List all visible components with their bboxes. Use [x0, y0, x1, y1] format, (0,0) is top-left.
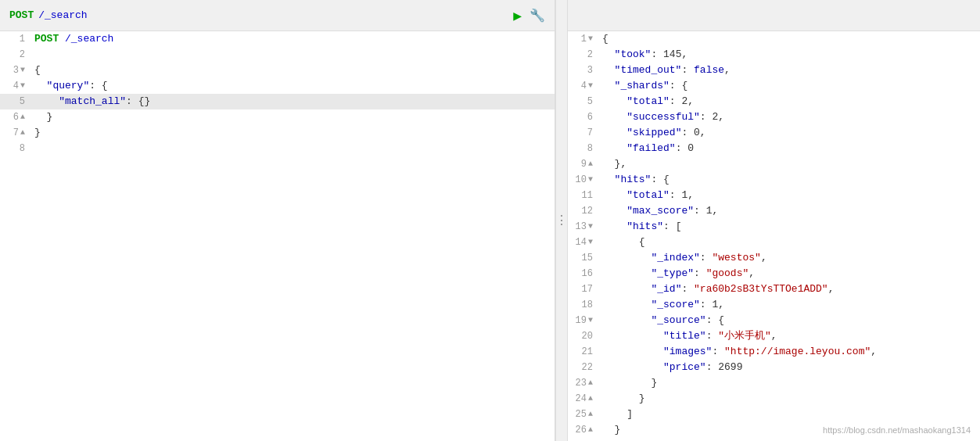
fold-arrow-icon[interactable]: ▲: [588, 438, 593, 441]
line-number: 19▼: [568, 313, 599, 328]
line-content: "_source": {: [599, 313, 724, 328]
table-row: 5 "match_all": {}: [0, 94, 555, 109]
line-content: {: [599, 31, 608, 47]
table-row: 16 "_type": "goods",: [568, 266, 980, 281]
line-content: POST /_search: [31, 31, 113, 47]
settings-icon[interactable]: 🔧: [529, 8, 545, 23]
table-row: 4▼ "query": {: [0, 78, 555, 94]
line-number: 2: [568, 47, 599, 63]
line-number: 5: [568, 94, 599, 109]
fold-arrow-icon[interactable]: ▼: [20, 78, 25, 94]
left-panel: POST /_search ▶ 🔧 1POST /_search23▼{4▼ "…: [0, 0, 555, 441]
line-number: 9▲: [568, 156, 599, 172]
right-panel: 1▼{2 "took": 145,3 "timed_out": false,4▼…: [568, 0, 980, 441]
line-content: "successful": 2,: [599, 109, 724, 125]
line-content: }: [599, 375, 657, 391]
line-content: "total": 1,: [599, 188, 694, 203]
fold-arrow-icon[interactable]: ▼: [588, 313, 593, 328]
table-row: 24▲ }: [568, 391, 980, 407]
line-number: 3▼: [0, 63, 31, 78]
table-row: 13▼ "hits": [: [568, 219, 980, 235]
line-content: "query": {: [31, 78, 108, 94]
fold-arrow-icon[interactable]: ▼: [588, 78, 593, 94]
line-content: "price": 2699: [599, 360, 742, 375]
line-number: 6▲: [0, 109, 31, 125]
fold-arrow-icon[interactable]: ▼: [588, 172, 593, 188]
fold-arrow-icon[interactable]: ▲: [588, 375, 593, 391]
http-method: POST: [9, 9, 34, 21]
table-row: 27▲}: [568, 438, 980, 441]
fold-arrow-icon[interactable]: ▲: [20, 109, 25, 125]
fold-arrow-icon[interactable]: ▲: [588, 407, 593, 422]
table-row: 9▲ },: [568, 156, 980, 172]
line-content: "title": "小米手机",: [599, 328, 777, 344]
table-row: 1▼{: [568, 31, 980, 47]
line-number: 6: [568, 109, 599, 125]
line-content: {: [599, 235, 645, 250]
line-content: "max_score": 1,: [599, 203, 718, 219]
line-number: 3: [568, 63, 599, 78]
fold-arrow-icon[interactable]: ▲: [588, 422, 593, 438]
fold-arrow-icon[interactable]: ▼: [20, 63, 25, 78]
table-row: 22 "price": 2699: [568, 360, 980, 375]
right-panel-header: [568, 0, 980, 31]
line-content: "_shards": {: [599, 78, 687, 94]
line-number: 15: [568, 250, 599, 266]
right-code-lines: 1▼{2 "took": 145,3 "timed_out": false,4▼…: [568, 31, 980, 441]
line-content: "match_all": {}: [31, 94, 150, 109]
table-row: 2: [0, 47, 555, 63]
line-content: },: [599, 156, 626, 172]
line-number: 4▼: [0, 78, 31, 94]
table-row: 10▼ "hits": {: [568, 172, 980, 188]
line-number: 18: [568, 297, 599, 313]
line-number: 20: [568, 328, 599, 344]
table-row: 23▲ }: [568, 375, 980, 391]
table-row: 4▼ "_shards": {: [568, 78, 980, 94]
fold-arrow-icon[interactable]: ▼: [588, 31, 593, 47]
table-row: 6▲ }: [0, 109, 555, 125]
line-number: 22: [568, 360, 599, 375]
line-number: 10▼: [568, 172, 599, 188]
fold-arrow-icon[interactable]: ▼: [588, 235, 593, 250]
right-code-area: 1▼{2 "took": 145,3 "timed_out": false,4▼…: [568, 31, 980, 441]
line-number: 12: [568, 203, 599, 219]
line-content: "hits": [: [599, 219, 681, 235]
fold-arrow-icon[interactable]: ▲: [588, 156, 593, 172]
header-actions: ▶ 🔧: [513, 7, 545, 24]
line-content: "took": 145,: [599, 47, 687, 63]
line-number: 5: [0, 94, 31, 109]
table-row: 8: [0, 141, 555, 156]
table-row: 14▼ {: [568, 235, 980, 250]
line-number: 8: [0, 141, 31, 156]
line-number: 26▲: [568, 422, 599, 438]
table-row: 20 "title": "小米手机",: [568, 328, 980, 344]
table-row: 7▲}: [0, 125, 555, 141]
table-row: 11 "total": 1,: [568, 188, 980, 203]
table-row: 19▼ "_source": {: [568, 313, 980, 328]
line-number: 11: [568, 188, 599, 203]
line-number: 27▲: [568, 438, 599, 441]
table-row: 18 "_score": 1,: [568, 297, 980, 313]
line-number: 2: [0, 47, 31, 63]
fold-arrow-icon[interactable]: ▲: [20, 125, 25, 141]
line-number: 21: [568, 344, 599, 360]
table-row: 8 "failed": 0: [568, 141, 980, 156]
table-row: 2 "took": 145,: [568, 47, 980, 63]
fold-arrow-icon[interactable]: ▲: [588, 391, 593, 407]
line-number: 17: [568, 281, 599, 297]
line-number: 14▼: [568, 235, 599, 250]
table-row: 1POST /_search: [0, 31, 555, 47]
line-content: "total": 2,: [599, 94, 694, 109]
table-row: 12 "max_score": 1,: [568, 203, 980, 219]
fold-arrow-icon[interactable]: ▼: [588, 219, 593, 235]
table-row: 3▼{: [0, 63, 555, 78]
divider-dots: ⋮: [555, 213, 568, 228]
table-row: 21 "images": "http://image.leyou.com",: [568, 344, 980, 360]
table-row: 6 "successful": 2,: [568, 109, 980, 125]
panel-divider[interactable]: ⋮: [555, 0, 568, 441]
line-number: 7▲: [0, 125, 31, 141]
run-button[interactable]: ▶: [513, 7, 522, 24]
left-code-lines: 1POST /_search23▼{4▼ "query": {5 "match_…: [0, 31, 555, 156]
line-content: "timed_out": false,: [599, 63, 731, 78]
table-row: 17 "_id": "ra60b2sB3tYsTTOe1ADD",: [568, 281, 980, 297]
